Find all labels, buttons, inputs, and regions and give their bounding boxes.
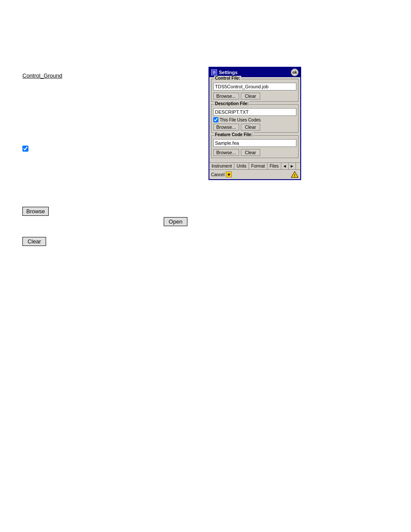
description-file-legend: Description File: [214,101,249,106]
description-file-browse-button[interactable]: Browse... [213,124,239,131]
outer-clear-button[interactable]: Clear [22,237,46,246]
control-file-browse-button[interactable]: Browse... [213,93,239,100]
tab-scroll-left[interactable]: ◄ [281,163,289,169]
description-file-clear-button[interactable]: Clear [241,124,260,131]
outer-clear-button-container: Clear [22,237,46,246]
feature-code-file-input[interactable] [213,139,296,147]
feature-code-file-clear-button[interactable]: Clear [241,149,260,156]
feature-code-file-btn-row: Browse... Clear [213,149,296,156]
outer-open-button[interactable]: Open [164,217,187,226]
outer-open-button-container: Open [164,217,187,226]
outer-checkbox[interactable] [22,146,28,152]
warning-icon: ! [291,171,299,178]
control-file-legend: Control File: [214,76,241,81]
titlebar-left: ⚙ Settings [211,69,237,75]
outer-checkbox-area [22,146,28,152]
tab-format[interactable]: Format [249,163,268,169]
dialog-footer: Cancel ✱ ! [209,169,300,179]
control-file-btn-row: Browse... Clear [213,93,296,100]
dialog-title-icon: ⚙ [211,69,217,75]
dialog-tab-bar: Instrument Units Format Files ◄ ► [209,162,300,169]
settings-dialog: ⚙ Settings ok Control File: Browse... Cl… [209,67,301,180]
tab-files[interactable]: Files [268,163,281,169]
cancel-icon[interactable]: ✱ [226,171,232,177]
control-file-group: Control File: Browse... Clear [211,79,299,102]
tab-scroll-right[interactable]: ► [289,163,296,169]
tab-units[interactable]: Units [234,163,249,169]
svg-text:!: ! [294,173,296,177]
feature-code-file-browse-button[interactable]: Browse... [213,149,239,156]
underline-link[interactable]: Control_Ground [22,72,62,79]
cancel-label: Cancel [211,172,224,177]
feature-code-file-group: Feature Code File: Browse... Clear [211,135,299,158]
dialog-title: Settings [219,70,237,75]
tab-instrument[interactable]: Instrument [209,163,234,169]
description-file-uses-codes-checkbox[interactable] [213,117,218,122]
outer-browse-button-container: Browse [22,207,49,216]
description-file-uses-codes-label: This File Uses Codes [220,118,261,122]
description-file-input[interactable] [213,108,296,116]
description-file-btn-row: Browse... Clear [213,124,296,131]
control-file-input[interactable] [213,83,296,90]
feature-code-file-legend: Feature Code File: [214,132,253,137]
cancel-row: Cancel ✱ [211,171,232,177]
description-file-group: Description File: This File Uses Codes B… [211,104,299,133]
ok-button[interactable]: ok [291,68,299,76]
dialog-body: Control File: Browse... Clear Descriptio… [209,77,300,162]
outer-browse-button[interactable]: Browse [22,207,49,216]
description-file-checkbox-row: This File Uses Codes [213,117,296,122]
control-file-clear-button[interactable]: Clear [241,93,260,100]
